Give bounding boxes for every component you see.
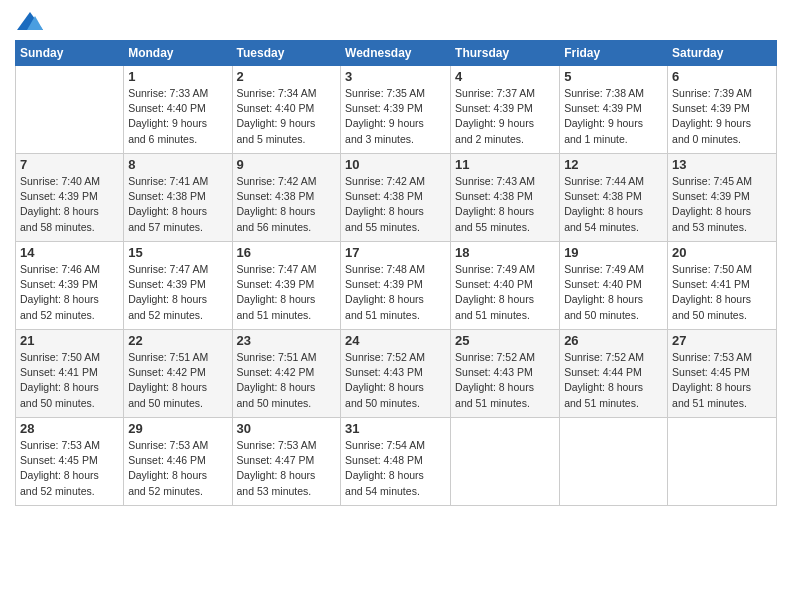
day-number: 7 [20, 157, 119, 172]
calendar-header-row: SundayMondayTuesdayWednesdayThursdayFrid… [16, 41, 777, 66]
day-number: 25 [455, 333, 555, 348]
calendar-cell: 9Sunrise: 7:42 AMSunset: 4:38 PMDaylight… [232, 154, 341, 242]
calendar-cell: 1Sunrise: 7:33 AMSunset: 4:40 PMDaylight… [124, 66, 232, 154]
calendar-cell [560, 418, 668, 506]
day-number: 19 [564, 245, 663, 260]
day-number: 26 [564, 333, 663, 348]
calendar-cell: 6Sunrise: 7:39 AMSunset: 4:39 PMDaylight… [668, 66, 777, 154]
day-number: 22 [128, 333, 227, 348]
logo-icon [15, 10, 45, 34]
calendar-week-4: 21Sunrise: 7:50 AMSunset: 4:41 PMDayligh… [16, 330, 777, 418]
day-info: Sunrise: 7:46 AMSunset: 4:39 PMDaylight:… [20, 262, 119, 323]
calendar-week-3: 14Sunrise: 7:46 AMSunset: 4:39 PMDayligh… [16, 242, 777, 330]
calendar-cell: 21Sunrise: 7:50 AMSunset: 4:41 PMDayligh… [16, 330, 124, 418]
day-info: Sunrise: 7:37 AMSunset: 4:39 PMDaylight:… [455, 86, 555, 147]
calendar-cell: 12Sunrise: 7:44 AMSunset: 4:38 PMDayligh… [560, 154, 668, 242]
calendar-cell: 5Sunrise: 7:38 AMSunset: 4:39 PMDaylight… [560, 66, 668, 154]
day-info: Sunrise: 7:50 AMSunset: 4:41 PMDaylight:… [20, 350, 119, 411]
day-info: Sunrise: 7:40 AMSunset: 4:39 PMDaylight:… [20, 174, 119, 235]
calendar-cell: 20Sunrise: 7:50 AMSunset: 4:41 PMDayligh… [668, 242, 777, 330]
calendar-cell: 10Sunrise: 7:42 AMSunset: 4:38 PMDayligh… [341, 154, 451, 242]
day-number: 23 [237, 333, 337, 348]
day-number: 21 [20, 333, 119, 348]
day-info: Sunrise: 7:54 AMSunset: 4:48 PMDaylight:… [345, 438, 446, 499]
day-info: Sunrise: 7:52 AMSunset: 4:43 PMDaylight:… [455, 350, 555, 411]
calendar-cell: 3Sunrise: 7:35 AMSunset: 4:39 PMDaylight… [341, 66, 451, 154]
day-info: Sunrise: 7:53 AMSunset: 4:45 PMDaylight:… [672, 350, 772, 411]
day-info: Sunrise: 7:33 AMSunset: 4:40 PMDaylight:… [128, 86, 227, 147]
day-number: 13 [672, 157, 772, 172]
calendar-cell: 30Sunrise: 7:53 AMSunset: 4:47 PMDayligh… [232, 418, 341, 506]
day-info: Sunrise: 7:49 AMSunset: 4:40 PMDaylight:… [455, 262, 555, 323]
day-number: 9 [237, 157, 337, 172]
day-header-thursday: Thursday [451, 41, 560, 66]
calendar-cell: 29Sunrise: 7:53 AMSunset: 4:46 PMDayligh… [124, 418, 232, 506]
calendar-cell: 19Sunrise: 7:49 AMSunset: 4:40 PMDayligh… [560, 242, 668, 330]
calendar-cell: 23Sunrise: 7:51 AMSunset: 4:42 PMDayligh… [232, 330, 341, 418]
calendar-week-5: 28Sunrise: 7:53 AMSunset: 4:45 PMDayligh… [16, 418, 777, 506]
day-number: 16 [237, 245, 337, 260]
calendar-cell: 17Sunrise: 7:48 AMSunset: 4:39 PMDayligh… [341, 242, 451, 330]
calendar-cell: 14Sunrise: 7:46 AMSunset: 4:39 PMDayligh… [16, 242, 124, 330]
calendar-cell: 15Sunrise: 7:47 AMSunset: 4:39 PMDayligh… [124, 242, 232, 330]
calendar-cell: 31Sunrise: 7:54 AMSunset: 4:48 PMDayligh… [341, 418, 451, 506]
calendar-cell [668, 418, 777, 506]
day-info: Sunrise: 7:34 AMSunset: 4:40 PMDaylight:… [237, 86, 337, 147]
calendar-week-1: 1Sunrise: 7:33 AMSunset: 4:40 PMDaylight… [16, 66, 777, 154]
day-number: 29 [128, 421, 227, 436]
day-header-friday: Friday [560, 41, 668, 66]
calendar-cell: 7Sunrise: 7:40 AMSunset: 4:39 PMDaylight… [16, 154, 124, 242]
calendar-cell: 4Sunrise: 7:37 AMSunset: 4:39 PMDaylight… [451, 66, 560, 154]
calendar-cell: 25Sunrise: 7:52 AMSunset: 4:43 PMDayligh… [451, 330, 560, 418]
day-info: Sunrise: 7:39 AMSunset: 4:39 PMDaylight:… [672, 86, 772, 147]
page-header [15, 10, 777, 34]
day-info: Sunrise: 7:42 AMSunset: 4:38 PMDaylight:… [237, 174, 337, 235]
day-info: Sunrise: 7:43 AMSunset: 4:38 PMDaylight:… [455, 174, 555, 235]
day-header-saturday: Saturday [668, 41, 777, 66]
day-info: Sunrise: 7:53 AMSunset: 4:46 PMDaylight:… [128, 438, 227, 499]
day-info: Sunrise: 7:41 AMSunset: 4:38 PMDaylight:… [128, 174, 227, 235]
calendar-cell: 22Sunrise: 7:51 AMSunset: 4:42 PMDayligh… [124, 330, 232, 418]
day-number: 24 [345, 333, 446, 348]
day-header-tuesday: Tuesday [232, 41, 341, 66]
logo [15, 10, 49, 34]
day-number: 11 [455, 157, 555, 172]
day-number: 6 [672, 69, 772, 84]
calendar-cell [451, 418, 560, 506]
day-info: Sunrise: 7:53 AMSunset: 4:47 PMDaylight:… [237, 438, 337, 499]
day-header-monday: Monday [124, 41, 232, 66]
day-info: Sunrise: 7:51 AMSunset: 4:42 PMDaylight:… [237, 350, 337, 411]
day-number: 2 [237, 69, 337, 84]
day-info: Sunrise: 7:45 AMSunset: 4:39 PMDaylight:… [672, 174, 772, 235]
day-number: 15 [128, 245, 227, 260]
day-number: 12 [564, 157, 663, 172]
day-header-wednesday: Wednesday [341, 41, 451, 66]
day-number: 28 [20, 421, 119, 436]
calendar-cell [16, 66, 124, 154]
day-info: Sunrise: 7:44 AMSunset: 4:38 PMDaylight:… [564, 174, 663, 235]
day-number: 1 [128, 69, 227, 84]
calendar-table: SundayMondayTuesdayWednesdayThursdayFrid… [15, 40, 777, 506]
day-info: Sunrise: 7:35 AMSunset: 4:39 PMDaylight:… [345, 86, 446, 147]
day-number: 27 [672, 333, 772, 348]
calendar-cell: 26Sunrise: 7:52 AMSunset: 4:44 PMDayligh… [560, 330, 668, 418]
calendar-cell: 27Sunrise: 7:53 AMSunset: 4:45 PMDayligh… [668, 330, 777, 418]
day-number: 8 [128, 157, 227, 172]
day-number: 30 [237, 421, 337, 436]
day-info: Sunrise: 7:52 AMSunset: 4:43 PMDaylight:… [345, 350, 446, 411]
calendar-week-2: 7Sunrise: 7:40 AMSunset: 4:39 PMDaylight… [16, 154, 777, 242]
day-number: 3 [345, 69, 446, 84]
calendar-cell: 18Sunrise: 7:49 AMSunset: 4:40 PMDayligh… [451, 242, 560, 330]
calendar-cell: 11Sunrise: 7:43 AMSunset: 4:38 PMDayligh… [451, 154, 560, 242]
calendar-cell: 2Sunrise: 7:34 AMSunset: 4:40 PMDaylight… [232, 66, 341, 154]
day-info: Sunrise: 7:47 AMSunset: 4:39 PMDaylight:… [128, 262, 227, 323]
day-info: Sunrise: 7:47 AMSunset: 4:39 PMDaylight:… [237, 262, 337, 323]
calendar-cell: 13Sunrise: 7:45 AMSunset: 4:39 PMDayligh… [668, 154, 777, 242]
day-number: 14 [20, 245, 119, 260]
day-number: 4 [455, 69, 555, 84]
day-number: 18 [455, 245, 555, 260]
calendar-cell: 16Sunrise: 7:47 AMSunset: 4:39 PMDayligh… [232, 242, 341, 330]
day-number: 10 [345, 157, 446, 172]
day-info: Sunrise: 7:50 AMSunset: 4:41 PMDaylight:… [672, 262, 772, 323]
day-number: 17 [345, 245, 446, 260]
